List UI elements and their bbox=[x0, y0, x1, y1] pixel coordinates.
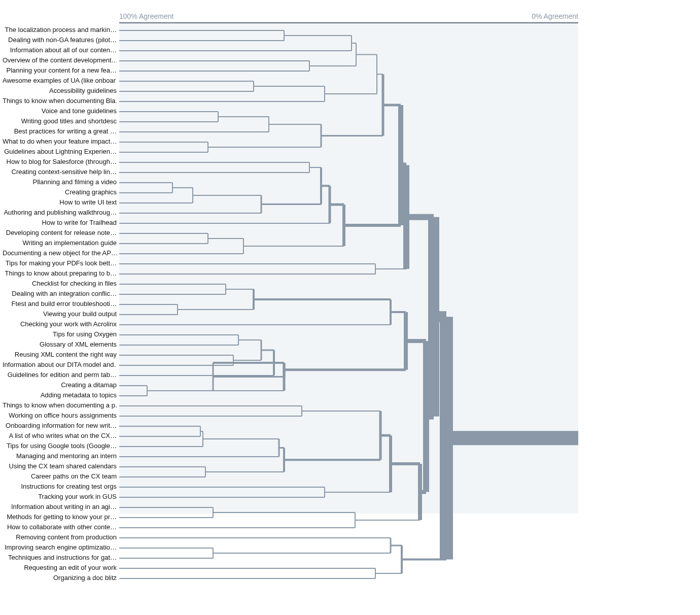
leaf-label: Techniques and instructions for gat… bbox=[3, 554, 117, 561]
leaf-label: Things to know about preparing to b… bbox=[3, 269, 117, 277]
leaf-label: Planning your content for a new fea… bbox=[3, 66, 117, 74]
leaf-label: Career paths on the CX team bbox=[3, 472, 117, 480]
leaf-label: Writing good titles and shortdesc bbox=[3, 117, 117, 125]
leaf-label: Creating a ditamap bbox=[3, 381, 117, 389]
leaf-label: Information about our DITA model and… bbox=[3, 361, 117, 368]
leaf-label: Ftest and build error troubleshooti… bbox=[3, 300, 117, 308]
leaf-label: Awesome examples of UA (like onboar… bbox=[3, 77, 117, 84]
leaf-label: Tracking your work in GUS bbox=[3, 493, 117, 500]
leaf-label: Authoring and publishing walkthroug… bbox=[3, 209, 117, 216]
leaf-label: Information about all of our conten… bbox=[3, 46, 117, 54]
leaf-label: Developing content for release note… bbox=[3, 229, 117, 236]
leaf-label: Onboarding information for new writ… bbox=[3, 422, 117, 429]
leaf-label: Removing content from production bbox=[3, 533, 117, 541]
leaf-label: Best practices for writing a great … bbox=[3, 127, 117, 135]
leaf-label: Adding metadata to topics bbox=[3, 391, 117, 399]
leaf-label: Pllanning and filming a video bbox=[3, 178, 117, 186]
leaf-label: Requesting an edit of your work bbox=[3, 564, 117, 571]
leaf-label: Improving search engine optimizatio… bbox=[3, 543, 117, 551]
leaf-label: Glossary of XML elements bbox=[3, 340, 117, 348]
leaf-label: How to write for Trailhead bbox=[3, 219, 117, 226]
leaf-label: Reusing XML content the right way bbox=[3, 351, 117, 358]
leaf-label: Instructions for creating test orgs bbox=[3, 483, 117, 490]
leaf-label: Dealing with an integration conflic… bbox=[3, 290, 117, 297]
leaf-label: Viewing your build output bbox=[3, 310, 117, 318]
leaf-label: Checklist for checking in files bbox=[3, 280, 117, 287]
leaf-label: Tips for making your PDFs look bett… bbox=[3, 259, 117, 267]
leaf-label: Tips for using Google tools (Google… bbox=[3, 442, 117, 450]
leaf-label: Documenting a new object for the AP… bbox=[3, 249, 117, 257]
leaf-label: Working on office hours assignments bbox=[3, 412, 117, 419]
leaf-label: How to collaborate with other conte… bbox=[3, 523, 117, 531]
leaf-label: A list of who writes what on the CX… bbox=[3, 432, 117, 439]
leaf-label: Dealing with non-GA features (pilot… bbox=[3, 36, 117, 44]
leaf-label: Methods for getting to know your pr… bbox=[3, 513, 117, 521]
leaf-label: Guidelines about Lightning Experien… bbox=[3, 148, 117, 155]
leaf-label: Creating graphics bbox=[3, 188, 117, 196]
leaf-label: Voice and tone guidelines bbox=[3, 107, 117, 115]
leaf-label: Things to know when documenting Bla… bbox=[3, 97, 117, 105]
leaf-label: How to blog for Salesforce (through… bbox=[3, 158, 117, 165]
leaf-label: Tips for using Oxygen bbox=[3, 330, 117, 338]
leaf-label: Accessibility guidelines bbox=[3, 87, 117, 94]
leaf-label: Writing an implementation guide bbox=[3, 239, 117, 247]
leaf-label: Overview of the content development… bbox=[3, 56, 117, 64]
leaf-label: Organizing a doc blitz bbox=[3, 574, 117, 582]
leaf-label: Using the CX team shared calendars bbox=[3, 462, 117, 470]
leaf-label: Creating context-sensitive help lin… bbox=[3, 168, 117, 176]
leaf-label: What to do when your feature impact… bbox=[3, 138, 117, 145]
leaf-label: Managing and mentoring an intern bbox=[3, 452, 117, 460]
leaf-label: Guidelines for edition and perm tab… bbox=[3, 371, 117, 379]
leaf-label: Things to know when documenting a p… bbox=[3, 401, 117, 409]
leaf-label: The localization process and markin… bbox=[3, 26, 117, 33]
leaf-label: How to write UI text bbox=[3, 198, 117, 206]
leaf-label: Checking your work with Acrolinx bbox=[3, 320, 117, 328]
leaf-label: Information about writing in an agi… bbox=[3, 503, 117, 510]
